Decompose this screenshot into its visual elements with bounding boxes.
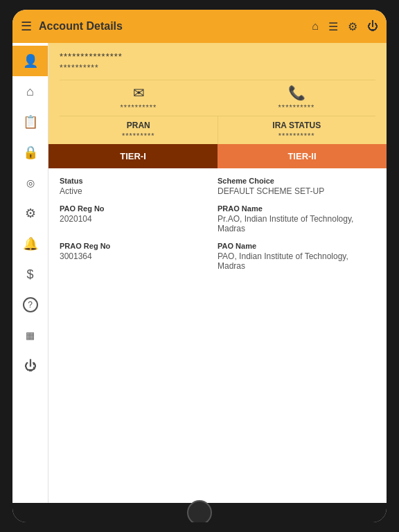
phone-masked: ********** (278, 103, 315, 112)
sidebar-item-grid[interactable]: ▦ (12, 320, 48, 351)
status-value: Active (60, 186, 218, 196)
grid-icon: ▦ (26, 330, 35, 341)
ira-cell: IRA STATUS ********** (218, 116, 376, 144)
fingerprint-icon: ◎ (26, 177, 35, 188)
sidebar-item-settings[interactable]: ⚙ (12, 198, 48, 229)
pao-name-label: PAO Name (218, 242, 375, 250)
tier-tabs: TIER-I TIER-II (48, 144, 387, 168)
ira-label: IRA STATUS (218, 121, 376, 130)
sidebar-item-fingerprint[interactable]: ◎ (12, 168, 48, 198)
sidebar-item-profile[interactable]: 👤 (12, 46, 48, 76)
prao-reg-value: 3001364 (60, 251, 218, 261)
home-nav-icon: ⌂ (26, 85, 34, 99)
sidebar-power-icon: ⏻ (24, 359, 37, 373)
pran-cell: PRAN ********* (60, 116, 218, 144)
scheme-choice-value: DEFAULT SCHEME SET-UP (218, 186, 375, 196)
sidebar-item-document[interactable]: 📋 (12, 107, 48, 137)
tab-tier-1[interactable]: TIER-I (48, 144, 218, 168)
sidebar-item-help[interactable]: ? (12, 290, 48, 320)
lock-icon: 🔒 (23, 145, 38, 160)
gear-icon[interactable]: ⚙ (348, 20, 357, 33)
sidebar-item-bell[interactable]: 🔔 (12, 229, 48, 259)
page-title: Account Details (39, 20, 312, 33)
pao-name-col: PAO Name PAO, Indian Institute of Techno… (218, 242, 375, 271)
details-row-status-scheme: Status Active Scheme Choice DEFAULT SCHE… (60, 177, 375, 196)
status-col: Status Active (60, 177, 218, 196)
email-cell: ✉ ********** (60, 80, 218, 116)
pao-reg-col: PAO Reg No 2020104 (60, 204, 218, 233)
profile-icon: 👤 (23, 53, 38, 69)
prao-reg-label: PRAO Reg No (60, 242, 218, 250)
dollar-icon: $ (26, 267, 33, 282)
contact-row: ✉ ********** 📞 ********** (60, 80, 375, 116)
home-icon[interactable]: ⌂ (312, 20, 319, 33)
email-masked: ********** (121, 103, 157, 112)
pao-name-value: PAO, Indian Institute of Technology, Mad… (218, 251, 375, 271)
prao-name-col: PRAO Name Pr.AO, Indian Institute of Tec… (218, 204, 375, 233)
sidebar-item-lock[interactable]: 🔒 (12, 137, 48, 168)
sidebar-item-power[interactable]: ⏻ (12, 351, 48, 381)
status-label: Status (60, 177, 218, 185)
home-indicator (12, 503, 387, 522)
scheme-choice-label: Scheme Choice (218, 177, 375, 185)
phone-cell: 📞 ********** (218, 80, 375, 116)
masked-id: ********** (60, 63, 375, 73)
pran-label: PRAN (60, 121, 218, 130)
content-panel: *************** ********** ✉ ********** … (48, 43, 387, 503)
bell-icon: 🔔 (23, 236, 38, 251)
prao-name-label: PRAO Name (218, 204, 375, 213)
pran-value: ********* (60, 132, 218, 140)
details-section: Status Active Scheme Choice DEFAULT SCHE… (48, 168, 387, 287)
details-row-pao-prao-name: PAO Reg No 2020104 PRAO Name Pr.AO, Indi… (60, 204, 375, 233)
sidebar-item-dollar[interactable]: $ (12, 259, 48, 290)
prao-name-value: Pr.AO, Indian Institute of Technology, M… (218, 214, 375, 233)
prao-reg-col: PRAO Reg No 3001364 (60, 242, 218, 271)
email-icon: ✉ (133, 85, 145, 101)
settings-icon: ⚙ (25, 206, 36, 221)
account-info-header: *************** ********** ✉ ********** … (48, 43, 387, 144)
help-icon: ? (23, 297, 38, 312)
power-icon[interactable]: ⏻ (367, 20, 378, 33)
top-bar: ☰ Account Details ⌂ ☰ ⚙ ⏻ (12, 10, 387, 43)
scheme-choice-col: Scheme Choice DEFAULT SCHEME SET-UP (218, 177, 375, 196)
hamburger-icon[interactable]: ☰ (21, 19, 32, 34)
document-icon: 📋 (23, 114, 38, 130)
masked-name: *************** (60, 51, 375, 62)
details-row-prao-reg-pao-name: PRAO Reg No 3001364 PAO Name PAO, Indian… (60, 242, 375, 271)
pao-reg-label: PAO Reg No (60, 204, 218, 213)
pran-ira-row: PRAN ********* IRA STATUS ********** (60, 116, 375, 144)
list-icon[interactable]: ☰ (328, 20, 338, 33)
home-button[interactable] (187, 500, 212, 522)
top-bar-icons: ⌂ ☰ ⚙ ⏻ (312, 20, 378, 33)
sidebar-item-home[interactable]: ⌂ (12, 76, 48, 107)
tab-tier-2[interactable]: TIER-II (218, 144, 387, 168)
ira-value: ********** (218, 132, 376, 140)
pao-reg-value: 2020104 (60, 214, 218, 224)
phone-icon: 📞 (288, 85, 305, 101)
sidebar: 👤 ⌂ 📋 🔒 ◎ ⚙ 🔔 $ ? (12, 43, 48, 503)
